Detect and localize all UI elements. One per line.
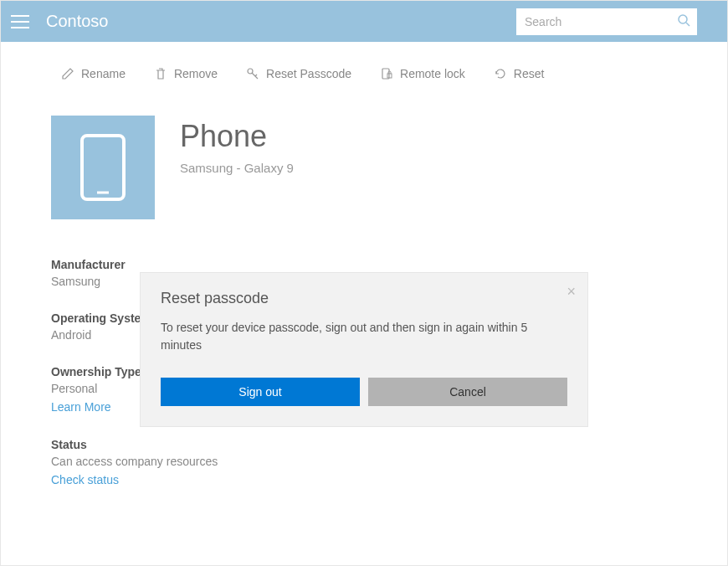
top-bar: Contoso	[1, 1, 727, 42]
reset-label: Reset	[514, 67, 545, 80]
reset-passcode-label: Reset Passcode	[266, 67, 351, 80]
phone-icon	[80, 134, 126, 201]
search-icon[interactable]	[677, 13, 690, 30]
dialog-body: To reset your device passcode, sign out …	[161, 319, 567, 354]
check-status-link[interactable]: Check status	[51, 473, 119, 486]
remove-button[interactable]: Remove	[154, 67, 218, 80]
trash-icon	[154, 67, 167, 80]
search-wrap	[516, 8, 697, 35]
svg-rect-5	[82, 136, 124, 199]
reset-icon	[494, 67, 507, 80]
pencil-icon	[61, 67, 74, 80]
device-header: Phone Samsung - Galaxy 9	[51, 116, 677, 219]
remove-label: Remove	[174, 67, 218, 80]
device-title: Phone	[180, 119, 294, 154]
device-tile	[51, 116, 155, 219]
brand-title: Contoso	[46, 12, 109, 31]
rename-label: Rename	[81, 67, 126, 80]
key-icon	[246, 67, 259, 80]
remote-lock-label: Remote lock	[400, 67, 465, 80]
reset-passcode-dialog: × Reset passcode To reset your device pa…	[140, 272, 588, 427]
search-input[interactable]	[516, 8, 697, 35]
device-lock-icon	[380, 67, 393, 80]
svg-point-0	[679, 15, 687, 23]
reset-passcode-button[interactable]: Reset Passcode	[246, 67, 351, 80]
status-value: Can access company resources	[51, 455, 677, 468]
device-subtitle: Samsung - Galaxy 9	[180, 161, 294, 175]
sign-out-button[interactable]: Sign out	[161, 378, 360, 406]
remote-lock-button[interactable]: Remote lock	[380, 67, 465, 80]
menu-icon[interactable]	[11, 12, 31, 32]
reset-button[interactable]: Reset	[494, 67, 545, 80]
rename-button[interactable]: Rename	[61, 67, 126, 80]
close-icon[interactable]: ×	[567, 283, 576, 301]
cancel-button[interactable]: Cancel	[368, 378, 567, 406]
svg-line-1	[686, 23, 690, 26]
status-label: Status	[51, 438, 677, 451]
manufacturer-label: Manufacturer	[51, 258, 677, 271]
toolbar: Rename Remove Reset Passcode Remote lock…	[1, 42, 727, 97]
learn-more-link[interactable]: Learn More	[51, 400, 111, 414]
dialog-title: Reset passcode	[161, 290, 567, 307]
